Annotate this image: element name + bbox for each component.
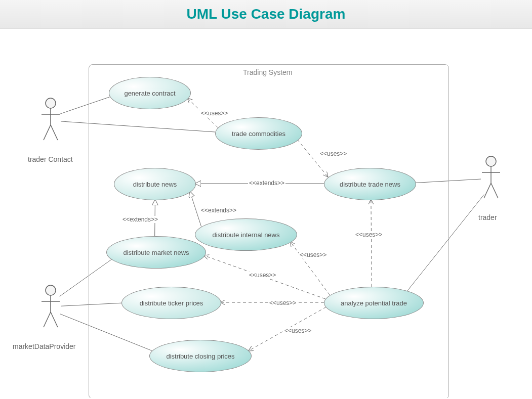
svg-point-5 [46, 285, 56, 295]
edge-label-13: <<uses>> [299, 251, 328, 258]
edge-label-2: <<uses>> [200, 110, 229, 117]
edge-label-16: <<uses>> [283, 327, 312, 334]
edge-label-12: <<uses>> [354, 231, 383, 238]
usecase-distributeMarketNews: distribute market news [106, 236, 206, 269]
svg-line-13 [484, 183, 491, 198]
actor-traderContact [40, 97, 61, 145]
usecase-tradeCommodities: trade commodities [215, 117, 302, 150]
usecase-distributeInternalNews: distribute internal news [195, 218, 297, 251]
edge-label-5: <<extends>> [248, 180, 285, 187]
svg-line-4 [51, 125, 58, 140]
actor-label-traderContact: trader Contact [28, 155, 73, 163]
edge-label-6: <<extends>> [200, 207, 237, 214]
usecase-distributeNews: distribute news [114, 168, 196, 200]
edge-label-14: <<uses>> [248, 272, 277, 279]
actor-trader [481, 155, 501, 203]
edge-label-7: <<extends>> [121, 216, 159, 223]
usecase-distributeClosingPrices: distribute closing prices [149, 340, 252, 372]
svg-line-14 [491, 183, 498, 198]
usecase-generateContract: generate contract [109, 77, 191, 109]
usecase-distributeTickerPrices: distribute ticker prices [121, 287, 221, 319]
svg-line-8 [44, 312, 51, 327]
svg-line-3 [44, 125, 51, 140]
actor-label-trader: trader [478, 213, 497, 221]
page-title: UML Use Case Diagram [0, 6, 532, 22]
svg-point-10 [486, 156, 496, 166]
page-header: UML Use Case Diagram [0, 0, 532, 29]
system-title: Trading System [243, 68, 293, 76]
edge-label-15: <<uses>> [268, 299, 297, 306]
edge-label-3: <<uses>> [319, 150, 348, 157]
uml-diagram: Trading System trader ContactmarketDataP… [0, 29, 532, 398]
svg-line-9 [51, 312, 58, 327]
actor-marketDataProvider [40, 284, 61, 332]
actor-label-marketDataProvider: marketDataProvider [13, 342, 76, 350]
usecase-analyzePotentialTrade: analyze potential trade [324, 287, 424, 319]
svg-point-0 [46, 98, 56, 108]
usecase-distributeTradeNews: distribute trade news [324, 168, 416, 200]
